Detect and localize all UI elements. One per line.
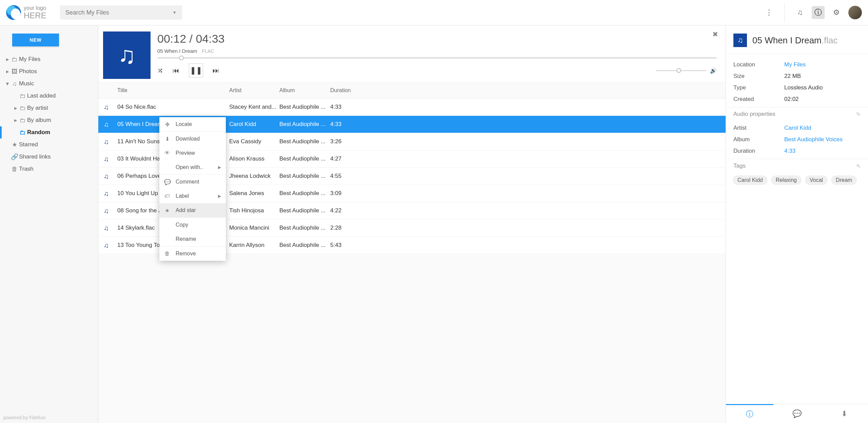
album-art: ♫: [103, 31, 151, 79]
shuffle-icon[interactable]: ⤮: [157, 66, 163, 75]
details-filename: 05 When I Dream.flac: [752, 35, 837, 46]
sidebar-item-music[interactable]: ▶♫Music: [0, 78, 98, 90]
cell-album: Best Audiophile ...: [279, 207, 330, 214]
created-value: 02:02: [784, 96, 799, 103]
table-row[interactable]: ♫04 So Nice.flacStacey Kent and...Best A…: [98, 99, 726, 116]
tag[interactable]: Carol Kidd: [733, 175, 768, 185]
cell-title: 04 So Nice.flac: [117, 104, 229, 110]
tab-download[interactable]: ⬇: [821, 404, 868, 423]
cell-duration: 4:55: [330, 173, 357, 179]
star-icon: ★: [164, 207, 170, 214]
music-icon[interactable]: ♫: [793, 6, 806, 19]
artist-link[interactable]: Carol Kidd: [784, 125, 811, 131]
sidebar-item-trash[interactable]: 🗑Trash: [0, 163, 98, 175]
col-title[interactable]: Title: [117, 87, 229, 93]
progress-bar[interactable]: [157, 57, 717, 59]
ctx-add-star[interactable]: ★Add star: [159, 203, 226, 217]
ctx-rename[interactable]: Rename: [159, 232, 226, 246]
duration-link[interactable]: 4:33: [784, 148, 795, 154]
progress-knob[interactable]: [179, 56, 184, 60]
table-header: Title Artist Album Duration: [98, 83, 726, 99]
cell-album: Best Audiophile ...: [279, 225, 330, 231]
sidebar-item-random[interactable]: 🗀Random: [0, 126, 98, 139]
topbar: your logo HERE Search My Files ▼ ⋮ ♫ ⓘ ⚙: [0, 0, 868, 25]
ctx-open-with[interactable]: Open with..▶: [159, 160, 226, 174]
cell-album: Best Audiophile ...: [279, 121, 330, 128]
player-track-title: 05 When I Dream: [157, 48, 197, 54]
cell-album: Best Audiophile ...: [279, 173, 330, 179]
sidebar-item-last-added[interactable]: 🗀Last added: [0, 90, 98, 102]
ctx-download[interactable]: ⬇Download: [159, 132, 226, 146]
col-artist[interactable]: Artist: [229, 87, 279, 93]
col-album[interactable]: Album: [279, 87, 330, 93]
edit-tags-icon[interactable]: ✎: [856, 163, 861, 169]
folder-icon: 🗀: [18, 117, 27, 124]
close-player-icon[interactable]: ✖: [712, 30, 718, 38]
music-file-icon: ♫: [104, 103, 117, 111]
tag[interactable]: Dream: [831, 175, 857, 185]
prev-track-icon[interactable]: ⏮: [173, 67, 179, 75]
ctx-comment[interactable]: 💬Comment: [159, 175, 226, 189]
ctx-remove[interactable]: 🗑Remove: [159, 247, 226, 261]
type-value: Lossless Audio: [784, 84, 823, 91]
cell-album: Best Audiophile ...: [279, 104, 330, 110]
comment-icon: 💬: [164, 179, 170, 185]
sidebar-item-my-files[interactable]: ▶🗀My Files: [0, 53, 98, 65]
cell-duration: 4:33: [330, 121, 357, 128]
location-link[interactable]: My Files: [784, 61, 806, 68]
info-icon[interactable]: ⓘ: [812, 6, 825, 19]
tag[interactable]: Relaxing: [771, 175, 802, 185]
album-link[interactable]: Best Audiophile Voices: [784, 136, 843, 143]
sidebar-item-shared-links[interactable]: 🔗Shared links: [0, 151, 98, 163]
sidebar-item-by-album[interactable]: ▶🗀By album: [0, 114, 98, 126]
music-file-icon: ♫: [104, 138, 117, 146]
footer-text: powered by FileRun: [0, 412, 98, 423]
link-icon: 🔗: [10, 153, 19, 161]
star-icon: ★: [10, 141, 19, 148]
details-panel: ♫ 05 When I Dream.flac LocationMy Files …: [726, 25, 868, 423]
download-icon: ⬇: [164, 136, 170, 142]
size-value: 22 MB: [784, 73, 801, 80]
sidebar-item-photos[interactable]: ▶🖼Photos: [0, 65, 98, 78]
search-placeholder: Search My Files: [65, 9, 109, 16]
sidebar-item-starred[interactable]: ★Starred: [0, 139, 98, 151]
ctx-locate[interactable]: ✥Locate: [159, 117, 226, 131]
folder-icon: 🗀: [18, 129, 27, 136]
cell-duration: 3:26: [330, 138, 357, 145]
locate-icon: ✥: [164, 121, 170, 128]
tab-info[interactable]: ⓘ: [726, 404, 773, 423]
avatar[interactable]: [848, 6, 862, 19]
cell-duration: 4:27: [330, 155, 357, 162]
more-icon[interactable]: ⋮: [763, 6, 775, 19]
ctx-copy[interactable]: Copy: [159, 218, 226, 232]
next-track-icon[interactable]: ⏭: [213, 67, 219, 75]
volume-slider[interactable]: [656, 70, 707, 71]
ctx-label[interactable]: 🏷Label▶: [159, 189, 226, 203]
col-duration[interactable]: Duration: [330, 87, 357, 93]
sidebar-item-by-artist[interactable]: ▶🗀By artist: [0, 102, 98, 114]
search-dropdown-icon[interactable]: ▼: [173, 10, 177, 15]
folder-icon: 🗀: [10, 56, 19, 63]
context-menu: ✥Locate ⬇Download 👁Preview Open with..▶ …: [159, 117, 226, 261]
volume-knob[interactable]: [676, 68, 681, 73]
tag[interactable]: Vocal: [805, 175, 828, 185]
cell-album: Best Audiophile ...: [279, 138, 330, 145]
pause-button[interactable]: ❚❚: [189, 63, 203, 78]
cell-duration: 4:33: [330, 104, 357, 110]
logo-text: your logo HERE: [24, 5, 46, 20]
logo[interactable]: your logo HERE: [6, 5, 46, 20]
audio-props-header: Audio properties: [733, 111, 775, 118]
cell-album: Best Audiophile ...: [279, 190, 330, 197]
volume-icon[interactable]: 🔊: [710, 67, 717, 74]
tab-comments[interactable]: 💬: [773, 404, 821, 423]
gear-icon[interactable]: ⚙: [830, 6, 843, 19]
music-file-icon: ♫: [104, 172, 117, 180]
search-input[interactable]: Search My Files ▼: [60, 5, 182, 20]
ctx-preview[interactable]: 👁Preview: [159, 146, 226, 160]
chevron-right-icon: ▶: [218, 165, 221, 170]
eye-icon: 👁: [164, 150, 170, 156]
track-list: ♫04 So Nice.flacStacey Kent and...Best A…: [98, 99, 726, 423]
new-button[interactable]: NEW: [12, 34, 59, 46]
logo-icon: [6, 5, 21, 20]
edit-audio-icon[interactable]: ✎: [856, 111, 861, 118]
